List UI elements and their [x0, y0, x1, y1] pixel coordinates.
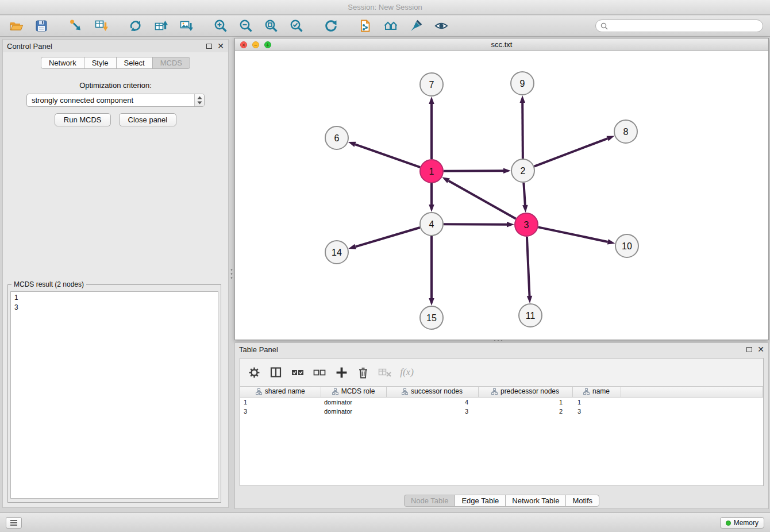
edge-2-9[interactable] — [519, 95, 525, 159]
save-session-button[interactable] — [31, 17, 52, 34]
network-document-button[interactable] — [355, 17, 376, 34]
zoom-out-button[interactable] — [236, 17, 256, 34]
edge-4-3[interactable] — [444, 222, 514, 227]
import-table-button[interactable] — [91, 17, 111, 34]
refresh-button[interactable] — [321, 17, 341, 34]
edge-4-15[interactable] — [429, 236, 434, 306]
table-settings-button[interactable] — [246, 365, 262, 380]
node-11[interactable]: 11 — [519, 304, 542, 327]
node-4[interactable]: 4 — [420, 213, 443, 236]
edge-2-8[interactable] — [534, 136, 615, 166]
zoom-window-icon[interactable]: + — [264, 41, 271, 48]
neighbors-button[interactable] — [380, 17, 401, 34]
minimize-window-icon[interactable]: − — [252, 41, 259, 48]
edge-4-14[interactable] — [348, 228, 420, 249]
float-table-panel-icon[interactable] — [746, 347, 752, 352]
criterion-select[interactable]: strongly connected component — [26, 94, 205, 107]
zoom-in-button[interactable] — [210, 17, 231, 34]
hide-show-button[interactable] — [431, 17, 452, 34]
show-columns-button[interactable] — [268, 365, 284, 380]
import-network-button[interactable] — [66, 17, 86, 34]
export-image-button[interactable] — [176, 17, 197, 34]
run-mcds-button[interactable]: Run MCDS — [55, 113, 111, 126]
node-6[interactable]: 6 — [325, 126, 348, 149]
status-bar: Memory — [0, 512, 770, 532]
svg-text:10: 10 — [622, 241, 632, 251]
node-1[interactable]: 1 — [420, 160, 443, 183]
zoom-selected-button[interactable] — [286, 17, 307, 34]
splitter-grip-icon — [230, 268, 233, 280]
tab-motifs[interactable]: Motifs — [565, 495, 599, 507]
table-row[interactable]: 1dominator411 — [240, 398, 763, 407]
clone-network-button[interactable] — [125, 17, 146, 34]
search-input[interactable] — [611, 22, 758, 30]
function-icon: f(x) — [400, 367, 414, 378]
add-row-button[interactable] — [333, 365, 349, 380]
mcds-result-title: MCDS result (2 nodes) — [11, 280, 86, 288]
close-panel-button[interactable]: Close panel — [119, 113, 177, 126]
style-brush-button[interactable] — [406, 17, 426, 34]
vertical-splitter[interactable] — [229, 39, 234, 508]
delete-row-button[interactable] — [355, 365, 371, 380]
settings-gear-icon — [248, 367, 260, 379]
tab-mcds[interactable]: MCDS — [152, 57, 190, 69]
zoom-fit-button[interactable] — [261, 17, 282, 34]
table-row[interactable]: 3dominator323 — [240, 407, 763, 416]
tab-select[interactable]: Select — [116, 57, 153, 69]
task-history-button[interactable] — [6, 517, 22, 529]
edge-1-2[interactable] — [444, 168, 511, 173]
function-builder-button[interactable]: f(x) — [399, 365, 415, 380]
tab-network-table[interactable]: Network Table — [505, 495, 566, 507]
edge-1-7[interactable] — [429, 97, 434, 159]
node-10[interactable]: 10 — [615, 234, 638, 257]
tab-edge-table[interactable]: Edge Table — [455, 495, 506, 507]
table-cell: 4 — [386, 398, 478, 407]
deselect-all-button[interactable] — [311, 365, 328, 380]
clear-table-button[interactable] — [377, 365, 393, 380]
tab-network[interactable]: Network — [41, 57, 84, 69]
node-15[interactable]: 15 — [420, 306, 443, 329]
tab-style[interactable]: Style — [84, 57, 117, 69]
zoom-selected-icon — [289, 18, 304, 33]
network-window: × − + scc.txt 7968124314101511 — [234, 38, 769, 340]
edge-3-10[interactable] — [538, 227, 615, 244]
edge-3-1[interactable] — [442, 177, 515, 218]
node-8[interactable]: 8 — [614, 120, 637, 143]
node-2[interactable]: 2 — [511, 159, 534, 182]
network-graph[interactable]: 7968124314101511 — [235, 51, 768, 340]
table-toolbar: f(x) — [240, 358, 763, 386]
close-window-icon[interactable]: × — [240, 41, 247, 48]
column-header[interactable]: MCDS role — [321, 387, 386, 398]
network-document-icon — [358, 18, 373, 33]
column-header[interactable]: predecessor nodes — [478, 387, 572, 398]
edge-2-3[interactable] — [522, 183, 528, 213]
node-14[interactable]: 14 — [325, 241, 348, 264]
node-9[interactable]: 9 — [511, 72, 534, 95]
column-header[interactable]: name — [572, 387, 621, 398]
network-window-titlebar[interactable]: × − + scc.txt — [235, 38, 768, 51]
table-panel-title: Table Panel — [239, 345, 746, 354]
node-7[interactable]: 7 — [420, 73, 443, 96]
svg-text:3: 3 — [524, 220, 529, 230]
memory-button[interactable]: Memory — [720, 517, 764, 529]
edge-1-6[interactable] — [348, 142, 420, 167]
select-all-button[interactable] — [290, 365, 306, 380]
tab-node-table[interactable]: Node Table — [404, 495, 456, 507]
close-panel-icon[interactable]: ✕ — [217, 43, 224, 49]
float-panel-icon[interactable] — [206, 44, 212, 49]
close-table-panel-icon[interactable]: ✕ — [757, 346, 764, 353]
open-session-button[interactable] — [6, 17, 26, 34]
main-toolbar — [0, 16, 770, 37]
column-header[interactable]: successor nodes — [386, 387, 478, 398]
mcds-result-lines[interactable]: 13 — [10, 291, 218, 499]
network-canvas[interactable]: 7968124314101511 — [235, 51, 768, 340]
toolbar-search[interactable] — [595, 20, 763, 32]
import-network-icon — [68, 18, 83, 33]
export-table-button[interactable] — [151, 17, 171, 34]
edge-3-11[interactable] — [527, 237, 532, 303]
column-header[interactable]: shared name — [240, 387, 321, 398]
node-3[interactable]: 3 — [515, 213, 538, 236]
svg-text:2: 2 — [521, 166, 526, 176]
svg-text:8: 8 — [623, 127, 629, 137]
edge-1-4[interactable] — [429, 183, 434, 212]
